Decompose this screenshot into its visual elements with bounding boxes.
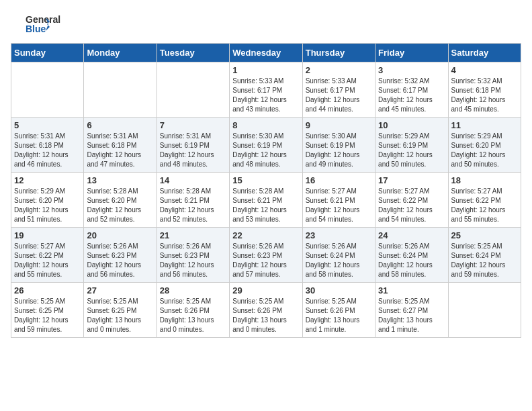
day-info: Sunrise: 5:29 AM Sunset: 6:20 PM Dayligh… <box>14 187 81 224</box>
day-info: Sunrise: 5:28 AM Sunset: 6:20 PM Dayligh… <box>87 187 153 224</box>
calendar-cell: 12Sunrise: 5:29 AM Sunset: 6:20 PM Dayli… <box>11 173 84 228</box>
calendar-cell: 14Sunrise: 5:28 AM Sunset: 6:21 PM Dayli… <box>157 173 229 228</box>
day-number: 21 <box>160 230 226 240</box>
calendar-cell <box>11 62 84 118</box>
day-info: Sunrise: 5:25 AM Sunset: 6:25 PM Dayligh… <box>14 297 81 334</box>
day-number: 29 <box>232 285 299 295</box>
day-number: 4 <box>451 65 518 75</box>
calendar-cell <box>448 283 521 338</box>
calendar-cell: 19Sunrise: 5:27 AM Sunset: 6:22 PM Dayli… <box>11 228 84 283</box>
day-number: 17 <box>378 175 445 185</box>
day-number: 15 <box>232 175 299 185</box>
day-info: Sunrise: 5:31 AM Sunset: 6:19 PM Dayligh… <box>160 132 226 169</box>
day-info: Sunrise: 5:26 AM Sunset: 6:24 PM Dayligh… <box>378 242 445 279</box>
calendar-cell: 11Sunrise: 5:29 AM Sunset: 6:20 PM Dayli… <box>448 118 521 173</box>
day-info: Sunrise: 5:27 AM Sunset: 6:21 PM Dayligh… <box>306 187 372 224</box>
calendar-cell: 1Sunrise: 5:33 AM Sunset: 6:17 PM Daylig… <box>230 62 302 118</box>
day-number: 8 <box>232 120 299 130</box>
calendar-cell: 31Sunrise: 5:25 AM Sunset: 6:27 PM Dayli… <box>375 283 448 338</box>
calendar-cell: 21Sunrise: 5:26 AM Sunset: 6:23 PM Dayli… <box>157 228 229 283</box>
day-number: 16 <box>306 175 372 185</box>
calendar-cell: 10Sunrise: 5:29 AM Sunset: 6:19 PM Dayli… <box>375 118 448 173</box>
day-number: 12 <box>14 175 81 185</box>
day-number: 7 <box>160 120 226 130</box>
calendar-cell: 26Sunrise: 5:25 AM Sunset: 6:25 PM Dayli… <box>11 283 84 338</box>
calendar-cell: 25Sunrise: 5:25 AM Sunset: 6:24 PM Dayli… <box>448 228 521 283</box>
day-info: Sunrise: 5:26 AM Sunset: 6:24 PM Dayligh… <box>306 242 372 279</box>
calendar-cell: 30Sunrise: 5:25 AM Sunset: 6:26 PM Dayli… <box>302 283 375 338</box>
calendar-cell: 2Sunrise: 5:33 AM Sunset: 6:17 PM Daylig… <box>302 62 375 118</box>
day-number: 10 <box>378 120 445 130</box>
calendar-week-row: 5Sunrise: 5:31 AM Sunset: 6:18 PM Daylig… <box>11 118 521 173</box>
day-info: Sunrise: 5:33 AM Sunset: 6:17 PM Dayligh… <box>306 77 372 114</box>
weekday-header-friday: Friday <box>375 44 448 62</box>
day-info: Sunrise: 5:25 AM Sunset: 6:24 PM Dayligh… <box>451 242 518 279</box>
calendar-cell: 7Sunrise: 5:31 AM Sunset: 6:19 PM Daylig… <box>157 118 229 173</box>
day-info: Sunrise: 5:25 AM Sunset: 6:26 PM Dayligh… <box>232 297 299 334</box>
day-number: 11 <box>451 120 518 130</box>
weekday-header-sunday: Sunday <box>11 44 84 62</box>
day-info: Sunrise: 5:28 AM Sunset: 6:21 PM Dayligh… <box>232 187 299 224</box>
calendar-week-row: 26Sunrise: 5:25 AM Sunset: 6:25 PM Dayli… <box>11 283 521 338</box>
calendar-cell: 23Sunrise: 5:26 AM Sunset: 6:24 PM Dayli… <box>302 228 375 283</box>
day-number: 6 <box>87 120 153 130</box>
day-number: 1 <box>232 65 299 75</box>
weekday-header-thursday: Thursday <box>302 44 375 62</box>
day-info: Sunrise: 5:25 AM Sunset: 6:27 PM Dayligh… <box>378 297 445 334</box>
day-info: Sunrise: 5:25 AM Sunset: 6:26 PM Dayligh… <box>306 297 372 334</box>
day-info: Sunrise: 5:30 AM Sunset: 6:19 PM Dayligh… <box>232 132 299 169</box>
weekday-header-wednesday: Wednesday <box>230 44 302 62</box>
day-number: 14 <box>160 175 226 185</box>
calendar-cell <box>157 62 229 118</box>
day-info: Sunrise: 5:25 AM Sunset: 6:25 PM Dayligh… <box>87 297 153 334</box>
calendar-cell: 16Sunrise: 5:27 AM Sunset: 6:21 PM Dayli… <box>302 173 375 228</box>
day-number: 19 <box>14 230 81 240</box>
day-number: 20 <box>87 230 153 240</box>
calendar-cell: 22Sunrise: 5:26 AM Sunset: 6:23 PM Dayli… <box>230 228 302 283</box>
calendar-cell: 8Sunrise: 5:30 AM Sunset: 6:19 PM Daylig… <box>230 118 302 173</box>
day-number: 30 <box>306 285 372 295</box>
calendar-cell: 6Sunrise: 5:31 AM Sunset: 6:18 PM Daylig… <box>84 118 157 173</box>
weekday-header-row: SundayMondayTuesdayWednesdayThursdayFrid… <box>11 44 521 62</box>
day-number: 22 <box>232 230 299 240</box>
day-number: 3 <box>378 65 445 75</box>
day-number: 31 <box>378 285 445 295</box>
day-number: 26 <box>14 285 81 295</box>
calendar-header: SundayMondayTuesdayWednesdayThursdayFrid… <box>11 44 521 62</box>
calendar-table: SundayMondayTuesdayWednesdayThursdayFrid… <box>11 43 521 338</box>
day-info: Sunrise: 5:29 AM Sunset: 6:19 PM Dayligh… <box>378 132 445 169</box>
day-info: Sunrise: 5:26 AM Sunset: 6:23 PM Dayligh… <box>232 242 299 279</box>
day-number: 24 <box>378 230 445 240</box>
calendar-cell: 29Sunrise: 5:25 AM Sunset: 6:26 PM Dayli… <box>230 283 302 338</box>
day-info: Sunrise: 5:32 AM Sunset: 6:17 PM Dayligh… <box>378 77 445 114</box>
calendar-cell: 3Sunrise: 5:32 AM Sunset: 6:17 PM Daylig… <box>375 62 448 118</box>
day-info: Sunrise: 5:33 AM Sunset: 6:17 PM Dayligh… <box>232 77 299 114</box>
day-info: Sunrise: 5:30 AM Sunset: 6:19 PM Dayligh… <box>306 132 372 169</box>
logo-icon: General Blue <box>11 11 64 38</box>
calendar-cell: 24Sunrise: 5:26 AM Sunset: 6:24 PM Dayli… <box>375 228 448 283</box>
day-number: 13 <box>87 175 153 185</box>
weekday-header-tuesday: Tuesday <box>157 44 229 62</box>
svg-text:Blue: Blue <box>26 24 46 34</box>
calendar-cell: 28Sunrise: 5:25 AM Sunset: 6:26 PM Dayli… <box>157 283 229 338</box>
calendar-cell: 13Sunrise: 5:28 AM Sunset: 6:20 PM Dayli… <box>84 173 157 228</box>
day-info: Sunrise: 5:32 AM Sunset: 6:18 PM Dayligh… <box>451 77 518 114</box>
day-number: 18 <box>451 175 518 185</box>
day-info: Sunrise: 5:29 AM Sunset: 6:20 PM Dayligh… <box>451 132 518 169</box>
day-info: Sunrise: 5:26 AM Sunset: 6:23 PM Dayligh… <box>160 242 226 279</box>
calendar-cell: 17Sunrise: 5:27 AM Sunset: 6:22 PM Dayli… <box>375 173 448 228</box>
calendar-cell: 18Sunrise: 5:27 AM Sunset: 6:22 PM Dayli… <box>448 173 521 228</box>
day-info: Sunrise: 5:27 AM Sunset: 6:22 PM Dayligh… <box>378 187 445 224</box>
calendar-cell: 27Sunrise: 5:25 AM Sunset: 6:25 PM Dayli… <box>84 283 157 338</box>
day-number: 28 <box>160 285 226 295</box>
day-info: Sunrise: 5:28 AM Sunset: 6:21 PM Dayligh… <box>160 187 226 224</box>
calendar-cell: 20Sunrise: 5:26 AM Sunset: 6:23 PM Dayli… <box>84 228 157 283</box>
weekday-header-saturday: Saturday <box>448 44 521 62</box>
day-info: Sunrise: 5:31 AM Sunset: 6:18 PM Dayligh… <box>87 132 153 169</box>
calendar-cell: 9Sunrise: 5:30 AM Sunset: 6:19 PM Daylig… <box>302 118 375 173</box>
day-info: Sunrise: 5:27 AM Sunset: 6:22 PM Dayligh… <box>451 187 518 224</box>
day-number: 23 <box>306 230 372 240</box>
calendar-body: 1Sunrise: 5:33 AM Sunset: 6:17 PM Daylig… <box>11 62 521 338</box>
day-number: 9 <box>306 120 372 130</box>
day-number: 2 <box>306 65 372 75</box>
